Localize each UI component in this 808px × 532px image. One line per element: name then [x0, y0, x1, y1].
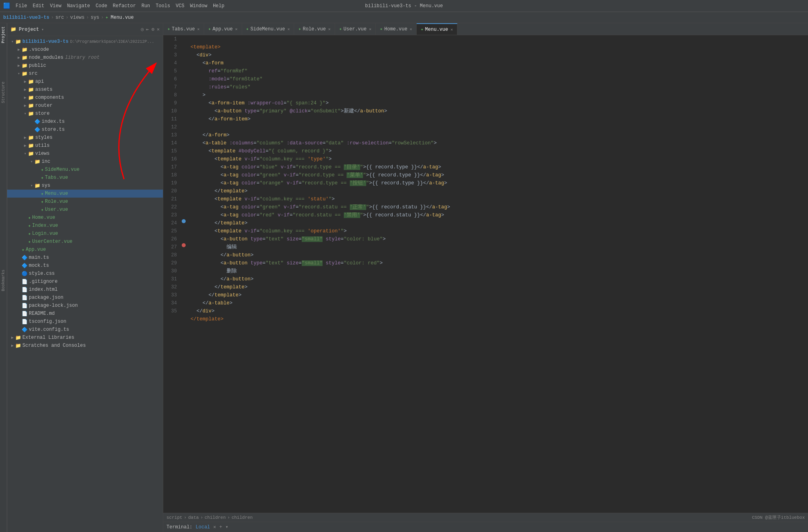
user-vue-label: User.vue: [45, 207, 68, 212]
tree-app-vue[interactable]: ▶ ✦ App.vue: [7, 246, 163, 254]
breadcrumb-project[interactable]: bilibili-vue3-ts: [3, 15, 49, 20]
tree-index-ts[interactable]: ▶ 🔷 index.ts: [7, 118, 163, 126]
sidebar-icon-1[interactable]: ◎: [141, 26, 144, 32]
tree-gitignore[interactable]: ▶ 📄 .gitignore: [7, 278, 163, 286]
menu-edit[interactable]: Edit: [33, 3, 44, 9]
sidebar-icon-4[interactable]: ✕: [157, 26, 160, 32]
tree-api[interactable]: ▶ 📁 api: [7, 78, 163, 86]
tab-home-vue[interactable]: ✦ Home.vue ✕: [376, 23, 417, 35]
tab-menu-vue[interactable]: ✦ Menu.vue ✕: [417, 23, 457, 35]
sidebar-icon-2[interactable]: ⇤: [146, 26, 149, 32]
tree-sidemenu[interactable]: ▶ ✦ SideMenu.vue: [7, 166, 163, 174]
tab-app-vue[interactable]: ✦ App.vue ✕: [204, 23, 242, 35]
node-modules-arrow: ▶: [17, 55, 21, 60]
tab-sidemenu-vue[interactable]: ✦ SideMenu.vue ✕: [242, 23, 295, 35]
tree-vite-config[interactable]: ▶ 🔷 vite.config.ts: [7, 326, 163, 334]
tree-scratches[interactable]: ▶ 📁 Scratches and Consoles: [7, 342, 163, 350]
tab-tabs-vue-close[interactable]: ✕: [197, 27, 200, 32]
tab-menu-vue-label: Menu.vue: [425, 27, 448, 32]
tree-package-lock-json[interactable]: ▶ 📄 package-lock.json: [7, 302, 163, 310]
menu-code[interactable]: Code: [96, 3, 107, 9]
panel-label-bookmarks[interactable]: Bookmarks: [0, 266, 6, 294]
tree-package-json[interactable]: ▶ 📄 package.json: [7, 294, 163, 302]
home-vue-icon: ✦: [28, 215, 31, 221]
tree-index-html[interactable]: ▶ 📄 index.html: [7, 286, 163, 294]
tree-main-ts[interactable]: ▶ 🔷 main.ts: [7, 254, 163, 262]
styles-label: styles: [35, 135, 52, 140]
sys-arrow: ▾: [30, 183, 34, 188]
tab-user-vue[interactable]: ✦ User.vue ✕: [335, 23, 376, 35]
public-icon: 📁: [22, 63, 28, 69]
breakpoint-red-line27[interactable]: [182, 243, 186, 247]
tree-src[interactable]: ▾ 📁 src: [7, 70, 163, 78]
tab-app-vue-close[interactable]: ✕: [235, 27, 238, 32]
public-label: public: [29, 63, 46, 68]
menu-file[interactable]: File: [16, 3, 27, 9]
terminal-add[interactable]: +: [219, 524, 222, 530]
tree-utils[interactable]: ▶ 📁 utils: [7, 142, 163, 150]
tab-home-vue-close[interactable]: ✕: [410, 27, 412, 32]
terminal-close[interactable]: ✕: [213, 524, 216, 530]
tab-sidemenu-vue-close[interactable]: ✕: [287, 27, 290, 32]
breadcrumb-sys[interactable]: sys: [90, 15, 99, 20]
tab-home-vue-label: Home.vue: [384, 26, 407, 32]
tree-tabs[interactable]: ▶ ✦ Tabs.vue: [7, 174, 163, 182]
tree-tsconfig[interactable]: ▶ 📄 tsconfig.json: [7, 318, 163, 326]
menu-help[interactable]: Help: [213, 3, 225, 9]
panel-label-structure[interactable]: Structure: [0, 78, 6, 106]
breadcrumb-file[interactable]: Menu.vue: [111, 15, 134, 20]
menu-tools[interactable]: Tools: [156, 3, 170, 9]
tab-role-vue[interactable]: ✦ Role.vue ✕: [294, 23, 335, 35]
tree-usercenter-vue[interactable]: ▶ ✦ UserCenter.vue: [7, 238, 163, 246]
tab-role-vue-close[interactable]: ✕: [328, 27, 331, 32]
tree-store-ts[interactable]: ▶ 🔷 store.ts: [7, 126, 163, 134]
breadcrumb-src[interactable]: src: [55, 15, 64, 20]
tree-inc[interactable]: ▾ 📁 inc: [7, 158, 163, 166]
panel-label-project[interactable]: Project: [0, 23, 6, 46]
menu-view[interactable]: View: [50, 3, 62, 9]
tree-user-vue[interactable]: ▶ ✦ User.vue: [7, 206, 163, 214]
tab-tabs-vue[interactable]: ✦ Tabs.vue ✕: [163, 23, 204, 35]
tree-views[interactable]: ▾ 📁 views: [7, 150, 163, 158]
tab-menu-vue-close[interactable]: ✕: [451, 27, 453, 32]
tree-readme[interactable]: ▶ 📄 README.md: [7, 310, 163, 318]
tree-mock-ts[interactable]: ▶ 🔷 mock.ts: [7, 262, 163, 270]
breakpoint-blue-line24[interactable]: [182, 219, 186, 223]
app-menu[interactable]: 🟦 File Edit View Navigate Code Refactor …: [3, 2, 225, 9]
mock-ts-label: mock.ts: [29, 263, 49, 268]
tree-router[interactable]: ▶ 📁 router: [7, 102, 163, 110]
tree-assets[interactable]: ▶ 📁 assets: [7, 86, 163, 94]
tree-components[interactable]: ▶ 📁 components: [7, 94, 163, 102]
tree-menu-vue[interactable]: ▶ ✦ Menu.vue: [7, 190, 163, 198]
scratches-icon: 📁: [15, 343, 21, 349]
tree-root[interactable]: ▾ 📁 bilibili-vue3-ts D:\ProgramWorkSpace…: [7, 38, 163, 46]
menu-refactor[interactable]: Refactor: [113, 3, 136, 9]
tree-vscode[interactable]: ▶ 📁 .vscode: [7, 46, 163, 54]
tree-store[interactable]: ▾ 📁 store: [7, 110, 163, 118]
role-vue-label: Role.vue: [45, 199, 68, 204]
sidebar-icon-3[interactable]: ⚙: [152, 26, 154, 32]
tree-index-vue[interactable]: ▶ ✦ Index.vue: [7, 222, 163, 230]
tree-node-modules[interactable]: ▶ 📁 node_modules library root: [7, 54, 163, 62]
menu-vcs[interactable]: VCS: [176, 3, 184, 9]
menu-window[interactable]: Window: [190, 3, 207, 9]
tree-role-vue[interactable]: ▶ ✦ Role.vue: [7, 198, 163, 206]
menu-run[interactable]: Run: [141, 3, 150, 9]
tree-public[interactable]: ▶ 📁 public: [7, 62, 163, 70]
code-content[interactable]: <template> <div> <a-form ref="formRef" :…: [187, 35, 808, 513]
tree-external-libs[interactable]: ▶ 📁 External Libraries: [7, 334, 163, 342]
terminal-dropdown[interactable]: ▾: [225, 524, 228, 530]
tree-home-vue[interactable]: ▶ ✦ Home.vue: [7, 214, 163, 222]
tree-styles[interactable]: ▶ 📁 styles: [7, 134, 163, 142]
project-dropdown-arrow[interactable]: ▾: [41, 27, 44, 32]
breadcrumb-bar: bilibili-vue3-ts › src › views › sys › ✦…: [0, 12, 808, 23]
root-folder-icon: 📁: [15, 39, 21, 45]
tree-sys[interactable]: ▾ 📁 sys: [7, 182, 163, 190]
tree-style-css[interactable]: ▶ 🔵 style.css: [7, 270, 163, 278]
menu-navigate[interactable]: Navigate: [67, 3, 90, 9]
tree-login-vue[interactable]: ▶ ✦ Login.vue: [7, 230, 163, 238]
tab-user-vue-close[interactable]: ✕: [369, 27, 371, 32]
terminal-type[interactable]: Local: [196, 524, 210, 530]
breadcrumb-views[interactable]: views: [70, 15, 84, 20]
line-numbers: 1 2 3 4 5 6 7 8 9 10 11 12 13 14 15 16 1…: [163, 35, 180, 513]
